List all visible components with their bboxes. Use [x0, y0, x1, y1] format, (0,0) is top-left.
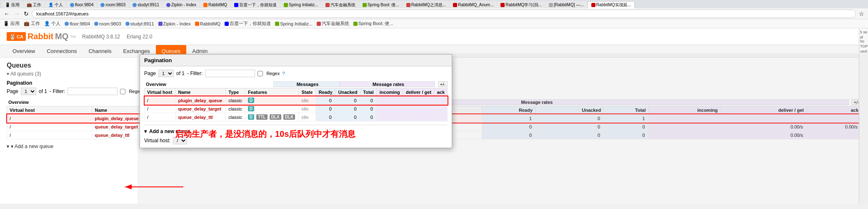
bookmark-bar: 📱 应用 💼 工作 👤 个人 floor:9804 room:9803 stud… [0, 19, 868, 28]
popup-plus-minus-button[interactable]: +/- [438, 81, 448, 87]
popup-regex-checkbox[interactable] [258, 71, 263, 76]
popup-cell-ready: 0 [316, 105, 335, 113]
queue-name-link[interactable]: queue_delay_target [95, 124, 138, 129]
browser-tab-zipkin[interactable]: Zipkin - Index [163, 1, 200, 8]
popup-filter-label: - Filter: [187, 71, 203, 76]
bookmark-work[interactable]: 💼 工作 [24, 20, 40, 27]
browser-tab-rabbitmq-bracket[interactable]: [RabbitMQ] —... [545, 1, 587, 8]
popup-regex-help-link[interactable]: ? [282, 71, 285, 76]
bookmark-baidu[interactable]: 百度一下，你就知道 [225, 20, 271, 27]
right-sidebar-line2: al ho [860, 35, 867, 43]
popup-cell-state: idle [299, 105, 316, 113]
bookmark-spring-boot[interactable]: Spring Boot: 便... [353, 20, 393, 27]
popup-cell-name[interactable]: queue_delay_ttl [175, 113, 226, 121]
browser-tab-spring-boot[interactable]: Spring Boot: 便... [359, 1, 403, 8]
cell-vhost: / [7, 131, 92, 139]
bookmark-rabbitmq[interactable]: RabbitMQ [195, 21, 221, 26]
popup-cell-features: D [245, 105, 299, 113]
popup-cell-incoming [376, 96, 403, 105]
bookmark-zipkin[interactable]: Zipkin - Index [158, 21, 191, 26]
rabbitmq-app: 🐰 CA Rabbit MQ TM RabbitMQ 3.8.12 Erlang… [0, 28, 868, 204]
nav-channels[interactable]: Channels [83, 45, 117, 57]
browser-tab-spring-init[interactable]: Spring Initializ... [280, 1, 322, 8]
browser-tab-apps[interactable]: 📱 应用 [2, 1, 23, 8]
nav-connections[interactable]: Connections [41, 45, 83, 57]
rabbitmq-header: 🐰 CA Rabbit MQ TM RabbitMQ 3.8.12 Erlang… [0, 28, 868, 45]
popup-cell-vhost: / [145, 113, 176, 121]
popup-title-bar: Pagination [140, 55, 452, 66]
browser-tab-floor[interactable]: floor:9804 [67, 1, 97, 8]
popup-filter-input[interactable] [205, 70, 255, 77]
forward-button[interactable]: → [13, 10, 21, 17]
bookmark-studyt[interactable]: studyt:8911 [125, 21, 154, 26]
nav-overview[interactable]: Overview [7, 45, 41, 57]
regex-checkbox[interactable] [120, 89, 125, 94]
popup-col-name: Name [175, 88, 226, 96]
rabbit-icon: 🐰 CA [7, 32, 26, 41]
bookmark-auto-finance[interactable]: 汽车金融系统 [317, 20, 349, 27]
address-bar[interactable] [32, 10, 856, 18]
cell-vhost: / [7, 123, 92, 131]
popup-cell-unacked: 0 [335, 96, 360, 105]
annotation-text: 启动生产者，是没消息的，10s后队列中才有消息 [175, 128, 355, 140]
back-button[interactable]: ← [3, 10, 11, 17]
rabbitmq-logo: 🐰 CA Rabbit MQ TM [7, 32, 75, 41]
popup-col-unacked: Unacked [335, 88, 360, 96]
popup-feature-ttl: TTL [256, 114, 267, 120]
bookmark-floor[interactable]: floor:9804 [65, 21, 90, 26]
browser-tab-rabbitmq[interactable]: RabbitMQ [200, 1, 230, 8]
popup-queue-name-link[interactable]: queue_delay_target [178, 106, 221, 111]
bookmark-personal[interactable]: 👤 个人 [44, 20, 60, 27]
popup-cell-features: D [245, 96, 299, 105]
browser-tab-rabbitmq-msg[interactable]: RabbitMQ之消息... [403, 1, 449, 8]
popup-cell-ready: 0 [316, 113, 335, 121]
bookmark-room[interactable]: room:9803 [94, 21, 121, 26]
browser-tab-baidu[interactable]: 百度一下，你就知道 [231, 1, 280, 8]
browser-tab-work[interactable]: 💼 工作 [23, 1, 45, 8]
browser-tab-personal[interactable]: 👤 个人 [45, 1, 66, 8]
cell-vhost: / [7, 114, 92, 123]
popup-feature-dlk: DLK [283, 114, 295, 120]
browser-tab-rabbitmq-active[interactable]: RabbitMQ实现延... [588, 1, 635, 8]
version-text: RabbitMQ 3.8.12 [82, 34, 120, 40]
of-label: of 1 [39, 88, 47, 94]
popup-feature-dlx: DLX [270, 114, 281, 120]
queue-name-link[interactable]: queue_delay_ttl [95, 133, 129, 138]
page-label: Page [7, 88, 18, 94]
popup-col-features: Features [245, 88, 299, 96]
browser-tab-room[interactable]: room:9803 [97, 1, 129, 8]
popup-feature-d: D [248, 106, 254, 111]
filter-input[interactable] [68, 88, 118, 95]
popup-cell-name[interactable]: plugin_delay_queue [175, 96, 226, 105]
popup-cell-incoming [376, 105, 403, 113]
popup-add-queue-triangle: ▾ [144, 128, 147, 134]
refresh-button[interactable]: ↻ [23, 10, 30, 17]
browser-tab-bar: 📱 应用 💼 工作 👤 个人 floor:9804 room:9803 stud… [0, 0, 868, 8]
popup-cell-deliver-get [403, 96, 434, 105]
bookmark-button[interactable]: ☆ [858, 10, 865, 17]
popup-table-row: / queue_delay_ttl classic D TTL DLX DLK [145, 113, 448, 121]
logo-tm: TM [70, 35, 75, 39]
queue-name-link[interactable]: plugin_delay_queue [95, 116, 139, 121]
bookmark-apps[interactable]: 📱 应用 [3, 20, 20, 27]
popup-cell-name[interactable]: queue_delay_target [175, 105, 226, 113]
popup-cell-type: classic [226, 105, 245, 113]
add-queue-label: ▾ Add a new queue [11, 144, 53, 149]
popup-pagination: Page 1 of 1 - Filter: Regex ? [144, 70, 448, 77]
popup-col-total: Total [360, 88, 376, 96]
browser-tab-auto[interactable]: 汽车金融系统 [322, 1, 359, 8]
bookmark-spring-initializ[interactable]: Spring Initializ... [275, 21, 313, 26]
popup-of-label: of 1 [176, 71, 185, 76]
popup-page-label: Page [144, 71, 156, 76]
browser-tab-rabbitmq-anum[interactable]: RabbitMQ_Anum... [450, 1, 497, 8]
browser-tab-rabbitmq-study[interactable]: RabbitMQ学习(回... [497, 1, 545, 8]
popup-page-select[interactable]: 1 [158, 70, 174, 77]
browser-tab-studyt[interactable]: studyt:8911 [129, 1, 163, 8]
popup-cell-state: idle [299, 113, 316, 121]
popup-queue-name-link[interactable]: queue_delay_ttl [178, 115, 213, 120]
popup-cell-vhost: / [145, 96, 176, 105]
popup-queue-name-link[interactable]: plugin_delay_queue [178, 98, 223, 103]
page-select[interactable]: 1 [21, 88, 36, 95]
popup-cell-ack [434, 113, 448, 121]
popup-cell-ack [434, 96, 448, 105]
